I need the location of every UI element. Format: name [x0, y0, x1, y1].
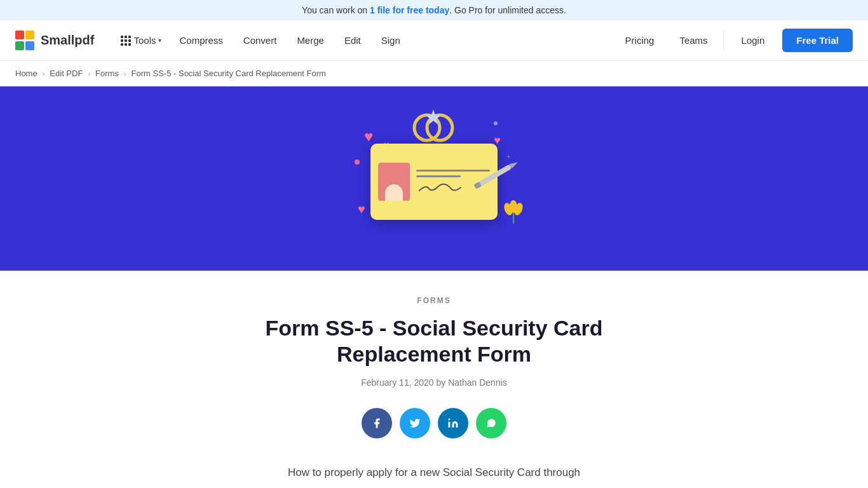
id-line-1: [416, 170, 490, 172]
twitter-share-button[interactable]: [400, 408, 430, 438]
breadcrumb: Home › Edit PDF › Forms › Form SS-5 - So…: [0, 61, 868, 86]
facebook-share-button[interactable]: [362, 408, 392, 438]
grid-icon: [121, 36, 131, 46]
nav-edit[interactable]: Edit: [336, 30, 370, 51]
breadcrumb-sep-3: ›: [124, 70, 126, 78]
svg-point-10: [449, 418, 451, 420]
svg-point-9: [510, 200, 517, 213]
whatsapp-icon: [485, 417, 497, 429]
hero-section: ♥ ♥ ♥ ✕ ✕ +: [0, 86, 868, 271]
nav-pricing[interactable]: Pricing: [615, 30, 665, 51]
deco-circle-2: [494, 121, 498, 125]
article-meta: February 11, 2020 by Nathan Dennis: [208, 377, 660, 388]
hero-illustration: ♥ ♥ ♥ ✕ ✕ +: [332, 102, 536, 255]
person-head: [385, 184, 403, 201]
breadcrumb-current: Form SS-5 - Social Security Card Replace…: [132, 69, 326, 78]
linkedin-share-button[interactable]: [438, 408, 468, 438]
nav-right: Pricing Teams Login Free Trial: [615, 29, 853, 52]
nav-left: Tools ▾ Compress Convert Merge Edit Sign: [114, 30, 409, 51]
breadcrumb-home[interactable]: Home: [15, 69, 37, 78]
tools-button[interactable]: Tools ▾: [114, 30, 168, 51]
article-category: FORMS: [208, 296, 660, 305]
logo-icon: [15, 30, 36, 51]
nav-convert[interactable]: Convert: [234, 30, 286, 51]
nav-merge[interactable]: Merge: [288, 30, 333, 51]
breadcrumb-forms[interactable]: Forms: [95, 69, 119, 78]
twitter-icon: [409, 417, 421, 429]
tools-label: Tools: [133, 35, 156, 46]
article-intro: How to properly apply for a new Social S…: [208, 464, 660, 481]
breadcrumb-edit-pdf[interactable]: Edit PDF: [50, 69, 83, 78]
flower-decoration: [501, 195, 526, 229]
nav-sign[interactable]: Sign: [372, 30, 409, 51]
breadcrumb-sep-1: ›: [43, 70, 45, 78]
login-button[interactable]: Login: [729, 30, 778, 51]
social-buttons: [208, 408, 660, 438]
article-content: FORMS Form SS-5 - Social Security Card R…: [193, 271, 675, 488]
logo[interactable]: Smallpdf: [15, 30, 94, 51]
nav-compress[interactable]: Compress: [170, 30, 231, 51]
free-trial-button[interactable]: Free Trial: [782, 29, 853, 52]
article-title: Form SS-5 - Social Security Card Replace…: [208, 315, 660, 367]
deco-circle-1: [355, 159, 360, 165]
deco-heart-1: ♥: [364, 128, 373, 146]
id-card-photo: [378, 163, 410, 201]
linkedin-icon: [447, 417, 459, 429]
top-banner: You can work on 1 file for free today. G…: [0, 0, 868, 20]
nav-divider: [723, 30, 724, 51]
breadcrumb-sep-2: ›: [88, 70, 90, 78]
deco-heart-3: ♥: [358, 202, 365, 217]
id-line-2: [416, 175, 461, 177]
pro-link[interactable]: 1 file for free today: [370, 5, 449, 15]
whatsapp-share-button[interactable]: [476, 408, 506, 438]
header: Smallpdf Tools ▾ Compress Convert Merge …: [0, 20, 868, 61]
facebook-icon: [371, 417, 383, 429]
logo-text: Smallpdf: [41, 33, 94, 48]
chevron-down-icon: ▾: [158, 37, 161, 44]
rings-decoration: [411, 109, 449, 140]
nav-teams[interactable]: Teams: [669, 30, 717, 51]
deco-dot-1: +: [506, 153, 510, 160]
